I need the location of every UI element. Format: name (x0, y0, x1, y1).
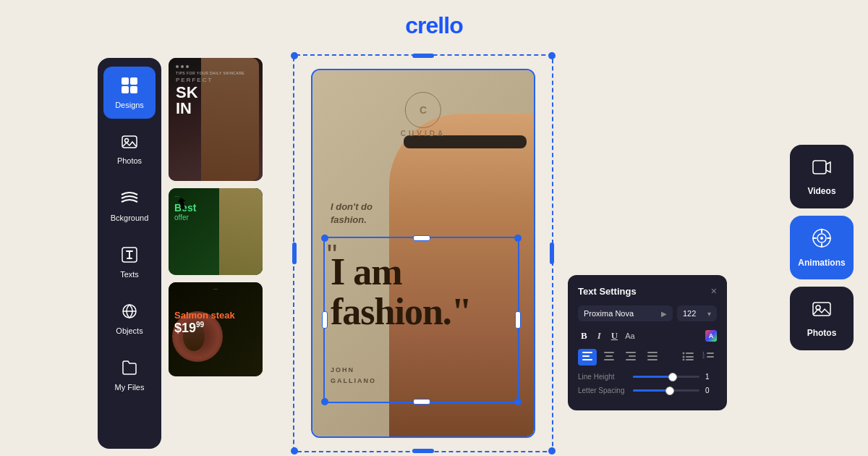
ts-underline-button[interactable]: U (608, 329, 621, 343)
card-skin-title: SK IN (176, 85, 255, 117)
right-panel: Videos Animations (790, 145, 854, 350)
ts-size-arrow-icon: ▾ (707, 310, 711, 318)
svg-rect-9 (582, 355, 590, 357)
ts-letter-spacing-thumb[interactable] (665, 387, 674, 395)
cards-column: Tips for your daily skincare PERFECT SK … (169, 58, 263, 449)
ts-italic-button[interactable]: I (595, 329, 604, 343)
card-offer-best: Best (174, 203, 257, 214)
selection-handle-left[interactable] (292, 242, 297, 264)
text-handle-bl[interactable] (321, 398, 328, 405)
videos-button[interactable]: Videos (790, 145, 854, 208)
ts-numbered-list-button[interactable]: 1.2. (699, 349, 717, 366)
canvas-logo-letter: C (420, 104, 427, 116)
sidebar: Designs Photos Bckground (98, 58, 161, 449)
svg-rect-21 (686, 352, 694, 354)
ts-close-button[interactable]: × (711, 285, 717, 297)
ts-bullet-list-button[interactable] (679, 349, 697, 366)
selection-handle-tr[interactable] (548, 52, 556, 59)
canvas-tagline-line2: fashion. (331, 214, 373, 227)
text-handle-bottom[interactable] (413, 399, 430, 405)
sidebar-item-photos-label: Photos (117, 156, 142, 165)
ts-color-button[interactable]: A (705, 330, 717, 342)
ts-align-row: 1.2. (578, 349, 717, 366)
ts-line-height-thumb[interactable] (668, 373, 677, 381)
text-handle-br[interactable] (514, 398, 522, 405)
selection-handle-br[interactable] (548, 447, 556, 455)
text-handle-left[interactable] (322, 311, 328, 329)
canvas-brand: CUVIDA (401, 130, 446, 138)
selection-handle-bottom[interactable] (412, 449, 434, 453)
right-photos-label: Photos (807, 328, 837, 338)
card-offer[interactable]: ⋯ Best offer (169, 188, 263, 275)
svg-rect-27 (707, 352, 714, 354)
ts-line-height-label: Line Height (578, 373, 627, 381)
svg-rect-25 (686, 359, 694, 360)
sidebar-item-designs-label: Designs (115, 101, 144, 109)
canvas-logo-circle: C (405, 92, 441, 128)
selection-handle-right[interactable] (550, 242, 554, 264)
svg-point-5 (125, 139, 129, 143)
right-photos-button[interactable]: Photos (790, 287, 854, 350)
selection-handle-tl[interactable] (291, 52, 298, 59)
sidebar-item-photos[interactable]: Photos (103, 123, 156, 175)
ts-size-value: 122 (683, 309, 696, 318)
card-offer-sub: offer (174, 214, 257, 221)
svg-rect-14 (626, 352, 636, 353)
text-handle-right[interactable] (515, 311, 521, 329)
svg-rect-8 (582, 352, 592, 353)
sidebar-item-background-label: Bckground (111, 214, 149, 222)
ts-font-size[interactable]: 122 ▾ (677, 305, 717, 321)
animations-label: Animations (798, 258, 845, 268)
card-salmon-content: ⋯ Salmon steak $1999 (169, 282, 263, 376)
selection-handle-bl[interactable] (291, 447, 298, 455)
sidebar-item-texts[interactable]: Texts (103, 236, 156, 288)
ts-bold-button[interactable]: B (578, 329, 590, 343)
svg-rect-0 (122, 77, 129, 85)
ts-aa-label: Aa (625, 332, 634, 340)
ts-align-left-button[interactable] (578, 349, 597, 366)
ts-letter-spacing-fill (633, 389, 670, 392)
text-handle-top[interactable] (413, 235, 430, 241)
svg-rect-12 (605, 355, 613, 357)
ts-title: Text Settings (578, 286, 637, 297)
text-handle-tr[interactable] (514, 235, 522, 242)
canvas-text-line2: fashion." (331, 292, 472, 332)
photos-icon (121, 133, 138, 153)
selection-handle-top[interactable] (412, 54, 434, 58)
background-icon (120, 189, 139, 211)
card-salmon-price: $1999 (174, 321, 257, 336)
svg-point-24 (683, 359, 685, 361)
videos-label: Videos (807, 186, 835, 196)
ts-line-height-track[interactable] (633, 376, 699, 378)
svg-rect-13 (604, 359, 614, 360)
card-offer-tag: ⋯ (174, 194, 257, 200)
ts-align-right-button[interactable] (621, 349, 640, 366)
sidebar-item-background[interactable]: Bckground (103, 180, 156, 232)
svg-rect-34 (813, 303, 830, 316)
svg-text:2.: 2. (702, 355, 705, 359)
ts-letter-spacing-row: Letter Spacing 0 (578, 387, 717, 394)
sidebar-item-designs[interactable]: Designs (103, 67, 156, 119)
sidebar-item-objects[interactable]: Objects (103, 292, 156, 345)
canvas-card[interactable]: C CUVIDA I don't do fashion. " (311, 69, 535, 438)
ts-letter-spacing-value: 0 (705, 387, 717, 394)
designs-icon (120, 76, 139, 98)
videos-icon (812, 157, 832, 182)
svg-rect-3 (130, 86, 137, 93)
sidebar-item-myfiles[interactable]: My Files (103, 349, 156, 401)
card-skin[interactable]: Tips for your daily skincare PERFECT SK … (169, 58, 263, 181)
card-salmon[interactable]: ⋯ Salmon steak $1999 (169, 282, 263, 376)
ts-align-justify-button[interactable] (643, 349, 662, 366)
svg-rect-16 (626, 359, 636, 360)
canvas-tagline: I don't do fashion. (331, 200, 373, 227)
svg-rect-29 (707, 356, 714, 358)
ts-font-selector[interactable]: Proxima Nova ▶ (578, 305, 673, 321)
sidebar-item-objects-label: Objects (116, 326, 142, 335)
animations-icon (811, 227, 833, 253)
sidebar-item-myfiles-label: My Files (115, 383, 145, 392)
ts-font-row: Proxima Nova ▶ 122 ▾ (578, 305, 717, 321)
text-settings-panel: Text Settings × Proxima Nova ▶ 122 ▾ B I… (568, 275, 727, 410)
ts-align-center-button[interactable] (600, 349, 618, 366)
ts-letter-spacing-track[interactable] (633, 389, 699, 392)
animations-button[interactable]: Animations (790, 216, 854, 279)
